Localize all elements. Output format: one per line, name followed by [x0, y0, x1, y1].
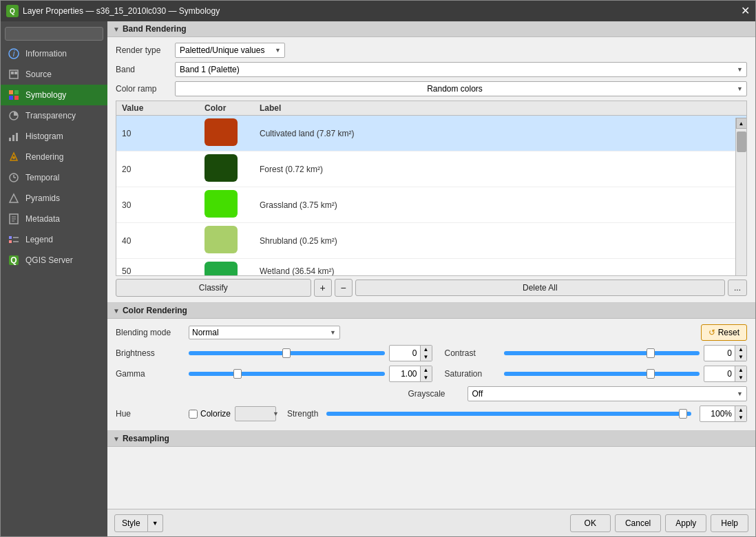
band-select[interactable]: Band 1 (Palette): [175, 62, 747, 77]
content-area: ▼ Band Rendering Render type Paletted/Un…: [107, 21, 755, 536]
reset-button[interactable]: ↺ Reset: [701, 324, 747, 341]
table-row[interactable]: 10 Cultivated land (7.87 km²): [116, 116, 746, 151]
gamma-slider[interactable]: [189, 372, 385, 376]
color-ramp-label: Color ramp: [116, 84, 171, 94]
sidebar: i Information Source Symbology: [1, 21, 107, 536]
colorize-checkbox[interactable]: [189, 410, 198, 419]
contrast-input[interactable]: [704, 347, 735, 359]
main-area: i Information Source Symbology: [1, 21, 755, 536]
delete-all-button[interactable]: Delete All: [355, 280, 725, 296]
render-type-select-wrapper: Paletted/Unique values: [175, 43, 285, 58]
hue-color-picker[interactable]: [235, 406, 276, 421]
brightness-input[interactable]: [390, 347, 420, 359]
contrast-slider[interactable]: [504, 351, 700, 355]
sidebar-item-pyramids[interactable]: Pyramids: [1, 188, 107, 209]
saturation-spin-up[interactable]: ▲: [735, 366, 746, 374]
more-button[interactable]: ...: [728, 280, 747, 296]
grayscale-select-wrapper: Off: [468, 386, 748, 401]
saturation-input[interactable]: [704, 368, 735, 380]
blending-select-wrapper: Normal: [189, 326, 340, 339]
grayscale-select[interactable]: Off: [468, 386, 748, 401]
scroll-up-btn[interactable]: ▲: [736, 118, 747, 129]
brightness-handle[interactable]: [282, 348, 291, 358]
style-arrow-button[interactable]: ▼: [148, 514, 163, 532]
reset-label: Reset: [718, 328, 739, 337]
cell-color-10: [199, 116, 254, 151]
sidebar-item-histogram[interactable]: Histogram: [1, 126, 107, 147]
table-row[interactable]: 50 Wetland (36.54 km²): [116, 259, 746, 275]
remove-row-button[interactable]: −: [335, 279, 353, 297]
sidebar-item-legend[interactable]: Legend: [1, 229, 107, 250]
contrast-spin-down[interactable]: ▼: [735, 353, 746, 361]
contrast-label: Contrast: [445, 348, 500, 358]
contrast-spin-up[interactable]: ▲: [735, 346, 746, 353]
search-input[interactable]: [5, 27, 103, 41]
svg-rect-22: [9, 236, 12, 239]
table-scrollbar[interactable]: ▲: [735, 118, 746, 275]
table-row[interactable]: 30 Grassland (3.75 km²): [116, 187, 746, 223]
sidebar-item-information[interactable]: i Information: [1, 43, 107, 64]
color-ramp-select[interactable]: Random colors: [175, 81, 747, 96]
render-type-select[interactable]: Paletted/Unique values: [175, 43, 285, 58]
contrast-handle[interactable]: [647, 348, 655, 358]
bottom-bar: Style ▼ OK Cancel Apply Help: [107, 509, 755, 536]
cancel-button[interactable]: Cancel: [615, 514, 661, 532]
strength-slider[interactable]: [326, 412, 691, 416]
svg-rect-4: [14, 72, 17, 74]
sidebar-item-metadata[interactable]: Metadata: [1, 209, 107, 229]
blending-mode-select[interactable]: Normal: [189, 326, 340, 339]
sidebar-label-rendering: Rendering: [25, 152, 63, 162]
svg-rect-8: [14, 96, 19, 100]
gamma-spin-up[interactable]: ▲: [421, 366, 432, 374]
brightness-spin-up[interactable]: ▲: [421, 346, 432, 353]
sidebar-item-rendering[interactable]: Rendering: [1, 147, 107, 167]
svg-marker-17: [10, 194, 18, 202]
classify-button[interactable]: Classify: [116, 279, 311, 297]
strength-handle[interactable]: [679, 409, 687, 419]
sidebar-item-symbology[interactable]: Symbology: [1, 85, 107, 105]
gamma-spin-buttons: ▲ ▼: [420, 366, 432, 381]
strength-spin-down[interactable]: ▼: [735, 414, 746, 421]
strength-input[interactable]: [700, 408, 735, 420]
saturation-handle[interactable]: [647, 369, 655, 379]
contrast-spinbox: ▲ ▼: [704, 345, 747, 361]
resampling-header[interactable]: ▼ Resampling: [107, 431, 755, 447]
bottom-action-buttons: OK Cancel Apply Help: [570, 514, 748, 532]
color-table-body[interactable]: 10 Cultivated land (7.87 km²) 20 Forest …: [116, 116, 746, 275]
ok-button[interactable]: OK: [570, 514, 611, 532]
saturation-spin-down[interactable]: ▼: [735, 374, 746, 381]
color-table: Value Color Label 10 Cultivated land (7.…: [116, 101, 747, 276]
titlebar-left: Q Layer Properties — s36_15_2010lc030 — …: [6, 5, 220, 17]
layer-properties-window: Q Layer Properties — s36_15_2010lc030 — …: [0, 0, 756, 537]
apply-button[interactable]: Apply: [665, 514, 706, 532]
brightness-slider[interactable]: [189, 351, 385, 355]
rendering-icon: [8, 151, 20, 163]
color-rendering-arrow: ▼: [113, 307, 120, 315]
strength-label: Strength: [287, 409, 318, 419]
add-row-button[interactable]: +: [314, 279, 332, 297]
help-button[interactable]: Help: [711, 514, 748, 532]
band-rendering-header[interactable]: ▼ Band Rendering: [107, 21, 755, 37]
sidebar-label-temporal: Temporal: [25, 173, 59, 182]
color-swatch-10: [204, 118, 238, 146]
gamma-handle[interactable]: [233, 369, 242, 379]
color-rendering-header[interactable]: ▼ Color Rendering: [107, 303, 755, 319]
saturation-slider[interactable]: [504, 372, 700, 376]
table-row[interactable]: 20 Forest (0.72 km²): [116, 151, 746, 187]
brightness-spin-down[interactable]: ▼: [421, 353, 432, 361]
sidebar-item-source[interactable]: Source: [1, 64, 107, 85]
sidebar-item-qgis-server[interactable]: Q QGIS Server: [1, 250, 107, 271]
gamma-spin-down[interactable]: ▼: [421, 374, 432, 381]
close-button[interactable]: ✕: [741, 6, 750, 17]
band-rendering-title: Band Rendering: [123, 24, 187, 34]
sidebar-item-transparency[interactable]: Transparency: [1, 105, 107, 126]
resampling-content: [107, 447, 755, 509]
gamma-input[interactable]: [390, 368, 420, 380]
svg-point-13: [12, 156, 15, 159]
style-button[interactable]: Style: [114, 514, 148, 532]
strength-spin-up[interactable]: ▲: [735, 406, 746, 414]
scroll-thumb[interactable]: [737, 131, 746, 152]
table-row[interactable]: 40 Shrubland (0.25 km²): [116, 223, 746, 259]
sidebar-item-temporal[interactable]: Temporal: [1, 167, 107, 188]
brightness-spin-buttons: ▲ ▼: [420, 346, 432, 361]
